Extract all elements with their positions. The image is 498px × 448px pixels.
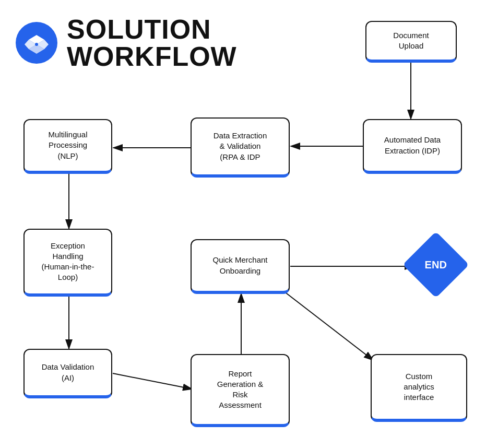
node-multilingual-processing: Multilingual Processing (NLP) bbox=[23, 119, 112, 174]
node-quick-merchant-onboarding: Quick Merchant Onboarding bbox=[191, 239, 290, 294]
title-text2: WORKFLOW bbox=[67, 43, 237, 70]
node-data-extraction-validation: Data Extraction & Validation (RPA & IDP bbox=[191, 117, 290, 178]
svg-line-11 bbox=[113, 373, 192, 389]
node-data-validation: Data Validation (AI) bbox=[23, 349, 112, 398]
node-end-container: END bbox=[412, 241, 459, 288]
logo-icon bbox=[25, 31, 49, 55]
node-custom-analytics: Custom analytics interface bbox=[371, 354, 467, 422]
title-text: SOLUTION bbox=[67, 16, 237, 43]
node-end-label: END bbox=[425, 258, 447, 270]
svg-point-4 bbox=[35, 43, 38, 46]
header: SOLUTION WORKFLOW bbox=[16, 16, 237, 70]
node-report-generation: Report Generation & Risk Assessment bbox=[191, 354, 290, 427]
diagram-container: SOLUTION WORKFLOW Document Upload bbox=[0, 0, 498, 448]
node-end-diamond: END bbox=[402, 231, 469, 298]
logo-circle bbox=[16, 22, 57, 64]
title: SOLUTION WORKFLOW bbox=[67, 16, 237, 70]
node-exception-handling: Exception Handling (Human-in-the- Loop) bbox=[23, 229, 112, 297]
node-automated-data-extraction: Automated Data Extraction (IDP) bbox=[363, 119, 462, 174]
svg-line-14 bbox=[282, 290, 373, 360]
node-document-upload: Document Upload bbox=[365, 21, 457, 63]
